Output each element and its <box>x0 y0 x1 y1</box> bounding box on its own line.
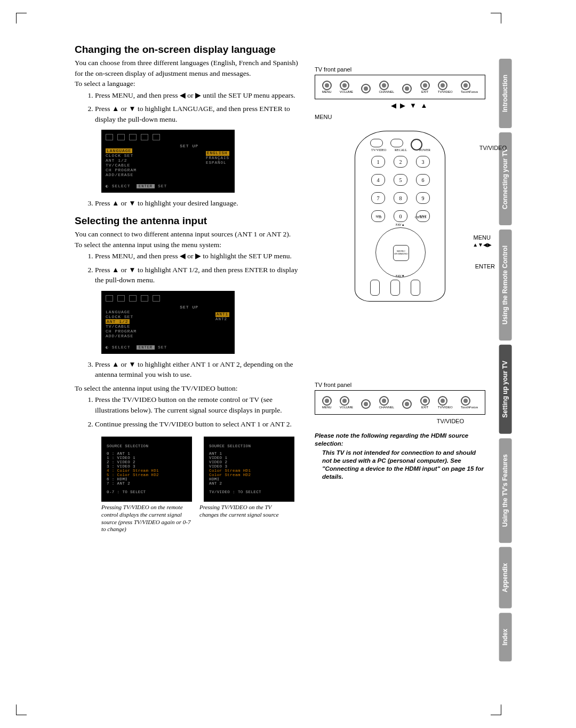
src-line: VIDEO 3 <box>209 464 289 469</box>
step: Press MENU, and then press ◀ or ▶ to hig… <box>95 251 304 262</box>
step: Press ▲ or ▼ to highlight LANGUAGE, and … <box>95 104 304 124</box>
page-content: Introduction Connecting your TV Using th… <box>75 37 491 533</box>
osd-antenna: SET UP LANGUAGE CLOCK SET ANT 1/2 TV/CAB… <box>101 291 235 354</box>
front-panel-2: TV front panel MENU VOLUME CHANNEL EXIT … <box>315 382 485 424</box>
hdmi-note: Please note the following regarding the … <box>315 432 485 481</box>
fp-sub: EXIT <box>420 406 430 409</box>
para: To select the antenna input using the TV… <box>75 383 304 394</box>
right-column: TV front panel MENU VOLUME CHANNEL EXIT … <box>315 59 485 481</box>
fp-sub: TV/VIDEO <box>438 406 453 409</box>
src-line: ANT 1 <box>209 452 289 456</box>
fp-btn-vol <box>340 81 349 90</box>
osd-item: ADD/ERASE <box>106 172 230 177</box>
osd-footer: SET <box>158 184 167 188</box>
heading2: Selecting the antenna input <box>75 215 304 227</box>
fp-sub: MENU <box>322 90 332 93</box>
fp-btn-exit <box>420 81 430 90</box>
fp-sub: MENU <box>322 406 332 409</box>
src-foot: 0-7 : TO SELECT <box>107 490 187 494</box>
step: Press ▲ or ▼ to highlight either ANT 1 o… <box>95 359 304 380</box>
fp-sub: TouchFocus <box>461 90 478 93</box>
src-line: VIDEO 1 <box>209 456 289 460</box>
src-line: 7 : ANT 2 <box>107 481 187 486</box>
fp-sub: CHANNEL <box>379 90 395 93</box>
src-line: 0 : ANT 1 <box>107 452 187 456</box>
tab: Index <box>499 613 512 661</box>
fp-btn <box>379 396 389 406</box>
osd-footer: ENTER <box>137 345 155 350</box>
remote-label-arrows: ▲▼◀▶ <box>473 242 492 248</box>
fp-btn-tvvideo <box>438 396 447 406</box>
fp-sub: VOLUME <box>340 406 353 409</box>
tab: Introduction <box>499 59 512 128</box>
para: To select a language: <box>75 78 304 89</box>
fp-btn <box>340 396 349 406</box>
src-line: 1 : VIDEO 1 <box>107 456 187 460</box>
fp-sub: VOLUME <box>340 90 353 93</box>
step: Press MENU, and then press ◀ or ▶ until … <box>95 90 304 101</box>
osd-option: ENGLISH <box>206 151 229 156</box>
src-title: SOURCE SELECTION <box>107 444 187 448</box>
src-line: 5 : Color Stream HD2 <box>107 473 187 477</box>
src-title: SOURCE SELECTION <box>209 444 289 448</box>
para: To select the antenna input using the me… <box>75 240 304 250</box>
fp-btn-menu <box>322 81 332 90</box>
src-line: Color Stream HD1 <box>209 469 289 473</box>
source-selection-remote: SOURCE SELECTION 0 : ANT 1 1 : VIDEO 1 2… <box>101 437 192 502</box>
tvvideo-label: TV/VIDEO <box>315 418 464 424</box>
osd-title: SET UP <box>106 144 198 148</box>
menu-label: MENU <box>315 114 485 120</box>
para: You can choose from three different lang… <box>75 58 304 78</box>
remote-label-enter: ENTER <box>475 263 495 270</box>
osd-footer: ENTER <box>137 184 155 188</box>
src-line: 2 : VIDEO 2 <box>107 460 187 464</box>
fp-btn-touchfocus <box>461 81 470 90</box>
fp-btn <box>402 399 412 409</box>
src-line: 6 : HDMI <box>107 477 187 481</box>
fp-sub: EXIT <box>420 90 430 93</box>
step: Continue pressing the TV/VIDEO button to… <box>95 419 304 430</box>
heading1: Changing the on-screen display language <box>75 44 304 56</box>
remote-label-menu: MENU <box>474 234 491 241</box>
osd-option: ANT1 <box>215 312 229 317</box>
src-line: VIDEO 2 <box>209 460 289 464</box>
fp-btn-ch <box>402 84 412 93</box>
osd-footer: SELECT <box>112 184 131 188</box>
remote-label-tvvideo: TV/VIDEO <box>479 145 507 151</box>
left-column: Changing the on-screen display language … <box>75 44 304 533</box>
tab: Using the TV's Features <box>499 438 512 543</box>
src-line: 3 : VIDEO 3 <box>107 464 187 469</box>
fp-label: TV front panel <box>315 66 485 73</box>
fp-btn-vol <box>361 84 371 93</box>
src-line: HDMI <box>209 477 289 481</box>
src-line: 4 : Color Stream HD1 <box>107 469 187 473</box>
fp-btn-ch <box>379 81 389 90</box>
tab: Using the Remote Control <box>499 230 512 341</box>
step: Press ▲ or ▼ to highlight ANT 1/2, and t… <box>95 265 304 286</box>
osd-item: CH PROGRAM <box>106 168 230 172</box>
osd-footer: SELECT <box>112 345 131 350</box>
src-line: ANT 2 <box>209 481 289 486</box>
osd-item: LANGUAGE <box>106 310 230 314</box>
osd-option: ANT2 <box>215 317 229 322</box>
note-body: This TV is not intended for connection t… <box>322 449 485 481</box>
osd-option: FRANÇAIS <box>206 156 229 161</box>
note-heading: Please note the following regarding the … <box>315 432 485 448</box>
fp-btn <box>361 399 371 409</box>
osd-item: LANGUAGE <box>106 148 132 153</box>
fp-btn-tvvideo <box>438 81 447 90</box>
osd-item: CH PROGRAM <box>106 329 230 334</box>
fp-label: TV front panel <box>315 382 485 388</box>
fp-btn <box>322 396 332 406</box>
caption: Pressing TV/VIDEO on the remote control … <box>101 504 192 533</box>
fp-sub: CHANNEL <box>379 406 395 409</box>
osd-item: CLOCK SET <box>106 314 230 319</box>
osd-title: SET UP <box>106 305 198 310</box>
osd-item: ANT 1/2 <box>106 319 130 324</box>
source-selection-tv: SOURCE SELECTION ANT 1 VIDEO 1 VIDEO 2 V… <box>204 437 294 502</box>
tab-active: Setting up your TV <box>499 345 512 434</box>
fp-btn <box>461 396 470 406</box>
tab: Appendix <box>499 547 512 608</box>
caption: Pressing TV/VIDEO on the TV changes the … <box>199 504 290 519</box>
para: You can connect to two different antenna… <box>75 229 304 240</box>
